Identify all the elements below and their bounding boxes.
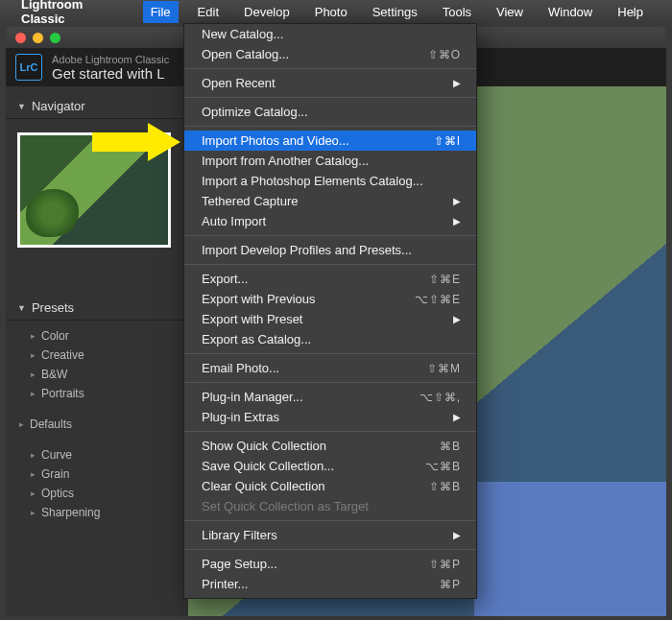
menu-item-plug-in-extras[interactable]: Plug-in Extras▶ (184, 407, 476, 427)
menu-item-label: Optimize Catalog... (202, 105, 308, 119)
menubar-item-tools[interactable]: Tools (437, 3, 477, 21)
menu-separator (184, 97, 476, 98)
menu-item-show-quick-collection[interactable]: Show Quick Collection⌘B (184, 436, 476, 456)
preset-group-grain[interactable]: Grain (31, 465, 188, 484)
menubar-item-file[interactable]: File (143, 1, 179, 23)
menu-item-label: Save Quick Collection... (202, 459, 334, 473)
menu-item-label: Export with Previous (202, 292, 316, 306)
menu-item-import-photos-and-video[interactable]: Import Photos and Video...⇧⌘I (184, 131, 476, 151)
menu-item-shortcut: ⇧⌘I (434, 134, 461, 148)
menu-item-shortcut: ⌘P (440, 578, 461, 591)
menu-item-page-setup[interactable]: Page Setup...⇧⌘P (184, 554, 476, 574)
menu-item-label: Open Recent (202, 76, 276, 90)
menu-item-export-with-preset[interactable]: Export with Preset▶ (184, 309, 476, 329)
menu-item-label: Printer... (202, 577, 248, 591)
menu-separator (184, 126, 476, 127)
menu-item-plug-in-manager[interactable]: Plug-in Manager...⌥⇧⌘, (184, 387, 476, 407)
menu-item-label: Clear Quick Collection (202, 479, 325, 493)
menu-item-label: Plug-in Extras (202, 410, 279, 424)
menu-item-label: Export as Catalog... (202, 332, 311, 346)
chevron-right-icon: ▶ (453, 314, 461, 324)
menu-item-shortcut: ⌥⇧⌘E (415, 293, 461, 306)
preset-group-curve[interactable]: Curve (31, 445, 188, 465)
menu-separator (184, 68, 476, 69)
menubar-item-photo[interactable]: Photo (309, 3, 353, 21)
menu-item-optimize-catalog[interactable]: Optimize Catalog... (184, 102, 476, 122)
menu-item-label: Export... (202, 272, 248, 286)
menu-item-label: Page Setup... (202, 557, 277, 571)
menu-item-label: Open Catalog... (202, 47, 289, 61)
menu-separator (184, 264, 476, 265)
chevron-right-icon: ▶ (453, 530, 461, 540)
menu-item-label: Email Photo... (202, 361, 279, 375)
menu-item-import-from-another-catalog[interactable]: Import from Another Catalog... (184, 151, 476, 171)
menu-item-email-photo[interactable]: Email Photo...⇧⌘M (184, 358, 476, 378)
menu-item-library-filters[interactable]: Library Filters▶ (184, 525, 476, 545)
header-subtitle: Adobe Lightroom Classic (52, 54, 169, 65)
menu-separator (184, 431, 476, 432)
menu-item-open-catalog[interactable]: Open Catalog...⇧⌘O (184, 44, 476, 64)
menu-item-shortcut: ⌘B (440, 440, 461, 453)
menu-separator (184, 235, 476, 236)
menu-item-printer[interactable]: Printer...⌘P (184, 574, 476, 594)
menu-item-label: Import from Another Catalog... (202, 154, 369, 168)
menu-item-label: Library Filters (202, 528, 277, 542)
menu-item-tethered-capture[interactable]: Tethered Capture▶ (184, 191, 476, 211)
sidebar-item-defaults[interactable]: Defaults (19, 415, 188, 434)
menu-item-clear-quick-collection[interactable]: Clear Quick Collection⇧⌘B (184, 476, 476, 496)
menu-item-new-catalog[interactable]: New Catalog... (184, 24, 476, 44)
preset-group-b-w[interactable]: B&W (31, 365, 188, 384)
menu-item-shortcut: ⌥⇧⌘, (420, 391, 461, 404)
navigator-panel-header[interactable]: ▼ Navigator (6, 94, 188, 119)
menu-item-export[interactable]: Export...⇧⌘E (184, 269, 476, 289)
menu-item-import-a-photoshop-elements-catalog[interactable]: Import a Photoshop Elements Catalog... (184, 171, 476, 191)
presets-panel-header[interactable]: ▼ Presets (6, 296, 188, 321)
menu-item-save-quick-collection[interactable]: Save Quick Collection...⌥⌘B (184, 456, 476, 476)
preset-group-portraits[interactable]: Portraits (31, 384, 188, 403)
menu-item-shortcut: ⇧⌘P (429, 558, 461, 571)
left-sidebar: ▼ Navigator ▼ Presets ColorCreativeB&WPo… (6, 86, 188, 616)
close-icon[interactable] (15, 33, 26, 43)
menubar-item-window[interactable]: Window (542, 3, 598, 21)
menu-item-label: Tethered Capture (202, 194, 298, 208)
menubar-item-edit[interactable]: Edit (192, 3, 225, 21)
zoom-icon[interactable] (50, 33, 60, 43)
menubar-item-help[interactable]: Help (612, 3, 649, 21)
minimize-icon[interactable] (33, 33, 43, 43)
menu-item-import-develop-profiles-and-presets[interactable]: Import Develop Profiles and Presets... (184, 240, 476, 260)
menu-item-open-recent[interactable]: Open Recent▶ (184, 73, 476, 93)
preset-group-sharpening[interactable]: Sharpening (31, 503, 188, 522)
menu-item-shortcut: ⇧⌘O (428, 48, 461, 61)
chevron-right-icon: ▶ (453, 78, 461, 88)
disclosure-triangle-icon: ▼ (17, 102, 26, 111)
preset-group-creative[interactable]: Creative (31, 346, 188, 365)
file-menu-dropdown: New Catalog...Open Catalog...⇧⌘OOpen Rec… (183, 23, 477, 599)
menu-item-label: New Catalog... (202, 27, 283, 41)
menubar-item-develop[interactable]: Develop (238, 3, 296, 21)
chevron-right-icon: ▶ (453, 216, 461, 227)
navigator-thumbnail[interactable] (17, 132, 171, 248)
menu-item-export-as-catalog[interactable]: Export as Catalog... (184, 329, 476, 349)
mac-menubar: Lightroom Classic FileEditDevelopPhotoSe… (0, 0, 672, 23)
navigator-label: Navigator (32, 99, 85, 113)
menubar-item-settings[interactable]: Settings (367, 3, 423, 21)
presets-label: Presets (32, 300, 74, 315)
menu-item-set-quick-collection-as-target: Set Quick Collection as Target (184, 496, 476, 516)
chevron-right-icon: ▶ (453, 412, 461, 422)
menu-item-shortcut: ⌥⌘B (425, 460, 461, 473)
menu-item-label: Plug-in Manager... (202, 390, 303, 404)
menubar-app-name[interactable]: Lightroom Classic (21, 0, 130, 26)
menu-item-label: Import Develop Profiles and Presets... (202, 243, 412, 257)
menu-item-auto-import[interactable]: Auto Import▶ (184, 211, 476, 231)
menu-item-export-with-previous[interactable]: Export with Previous⌥⇧⌘E (184, 289, 476, 309)
disclosure-triangle-icon: ▼ (17, 303, 26, 313)
chevron-right-icon: ▶ (453, 196, 461, 206)
menu-separator (184, 520, 476, 521)
menu-item-shortcut: ⇧⌘B (429, 480, 461, 493)
preset-group-color[interactable]: Color (31, 326, 188, 346)
preset-group-optics[interactable]: Optics (31, 484, 188, 503)
menu-separator (184, 353, 476, 354)
menu-item-shortcut: ⇧⌘E (429, 273, 461, 286)
menu-separator (184, 382, 476, 383)
menubar-item-view[interactable]: View (491, 3, 529, 21)
